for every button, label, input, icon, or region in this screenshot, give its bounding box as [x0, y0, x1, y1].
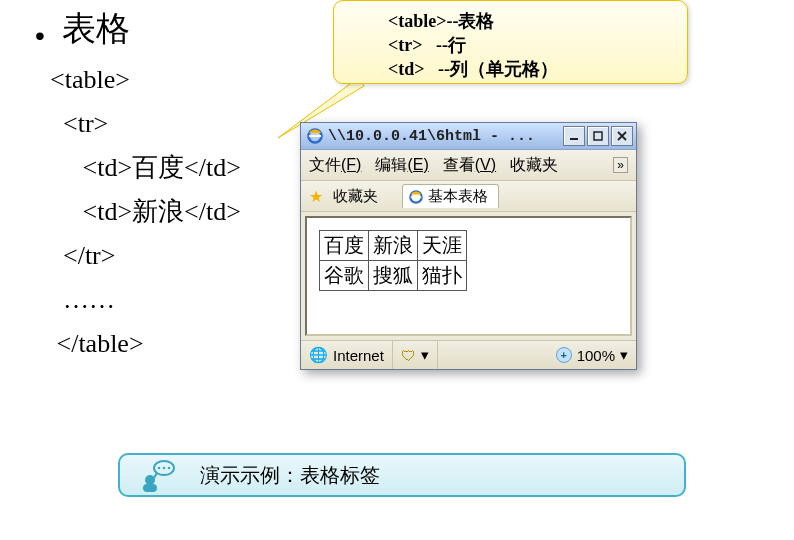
menu-overflow[interactable]: » [613, 157, 628, 173]
menu-favorites[interactable]: 收藏夹 [510, 155, 558, 176]
menu-accel: (F) [341, 156, 361, 173]
globe-icon: 🌐 [309, 346, 328, 364]
demo-banner-text: 演示示例：表格标签 [200, 462, 380, 489]
table-cell: 搜狐 [369, 261, 418, 291]
slide: • 表格 <table> <tr> <td>百度</td> <td>新浪</td… [0, 0, 794, 540]
menu-label: 文件 [309, 156, 341, 173]
favorites-bar: ★ 收藏夹 基本表格 [301, 181, 636, 212]
table-row: 百度 新浪 天涯 [320, 231, 467, 261]
table-cell: 猫扑 [418, 261, 467, 291]
callout-line: <table>--表格 [388, 11, 495, 31]
callout-line: <tr> --行 [388, 35, 466, 55]
window-buttons [563, 126, 633, 146]
chevron-down-icon: ▾ [620, 346, 628, 364]
menu-label: 查看 [443, 156, 475, 173]
callout-box: <table>--表格 <tr> --行 <td> --列（单元格） [333, 0, 688, 84]
svg-rect-2 [309, 135, 321, 137]
menu-accel: (V) [475, 156, 496, 173]
status-zone[interactable]: 🌐 Internet [301, 341, 393, 369]
svg-rect-6 [411, 196, 422, 198]
status-protected[interactable]: 🛡 ▾ [393, 341, 438, 369]
svg-rect-8 [143, 484, 157, 492]
maximize-button[interactable] [587, 126, 609, 146]
svg-point-10 [158, 467, 161, 470]
menu-label: 编辑 [375, 156, 407, 173]
status-zoom[interactable]: + 100% ▾ [548, 341, 636, 369]
table-cell: 新浪 [369, 231, 418, 261]
zone-label: Internet [333, 347, 384, 364]
star-icon: ★ [309, 187, 323, 206]
bullet-dot: • [35, 20, 45, 52]
table-cell: 百度 [320, 231, 369, 261]
ie-icon [307, 128, 323, 144]
shield-icon: 🛡 [401, 347, 416, 364]
svg-point-11 [163, 467, 166, 470]
menu-file[interactable]: 文件(F) [309, 155, 361, 176]
window-title: \\10.0.0.41\6html - ... [328, 128, 563, 145]
heading: 表格 [62, 6, 130, 52]
page-content: 百度 新浪 天涯 谷歌 搜狐 猫扑 [305, 216, 632, 336]
rendered-table: 百度 新浪 天涯 谷歌 搜狐 猫扑 [319, 230, 467, 291]
menubar: 文件(F) 编辑(E) 查看(V) 收藏夹 » [301, 150, 636, 181]
svg-point-12 [168, 467, 171, 470]
minimize-button[interactable] [563, 126, 585, 146]
svg-point-7 [145, 475, 155, 485]
svg-rect-3 [570, 138, 578, 140]
svg-rect-4 [594, 132, 602, 140]
demo-banner: 演示示例：表格标签 [118, 453, 686, 497]
ie-window: \\10.0.0.41\6html - ... 文件(F) 编辑(E) 查看(V… [300, 122, 637, 370]
close-button[interactable] [611, 126, 633, 146]
ie-icon [409, 190, 423, 204]
chevron-down-icon: ▾ [421, 346, 429, 364]
favorites-label[interactable]: 收藏夹 [333, 187, 378, 206]
person-speech-icon [138, 458, 172, 492]
zoom-icon: + [556, 347, 572, 363]
menu-view[interactable]: 查看(V) [443, 155, 496, 176]
table-row: 谷歌 搜狐 猫扑 [320, 261, 467, 291]
page-tab[interactable]: 基本表格 [402, 184, 499, 208]
table-cell: 天涯 [418, 231, 467, 261]
table-cell: 谷歌 [320, 261, 369, 291]
statusbar: 🌐 Internet 🛡 ▾ + 100% ▾ [301, 340, 636, 369]
menu-accel: (E) [407, 156, 428, 173]
code-sample: <table> <tr> <td>百度</td> <td>新浪</td> </t… [50, 58, 241, 366]
titlebar[interactable]: \\10.0.0.41\6html - ... [301, 123, 636, 150]
zoom-value: 100% [577, 347, 615, 364]
menu-label: 收藏夹 [510, 156, 558, 173]
tab-label: 基本表格 [428, 187, 488, 206]
callout-line: <td> --列（单元格） [388, 59, 558, 79]
menu-edit[interactable]: 编辑(E) [375, 155, 428, 176]
